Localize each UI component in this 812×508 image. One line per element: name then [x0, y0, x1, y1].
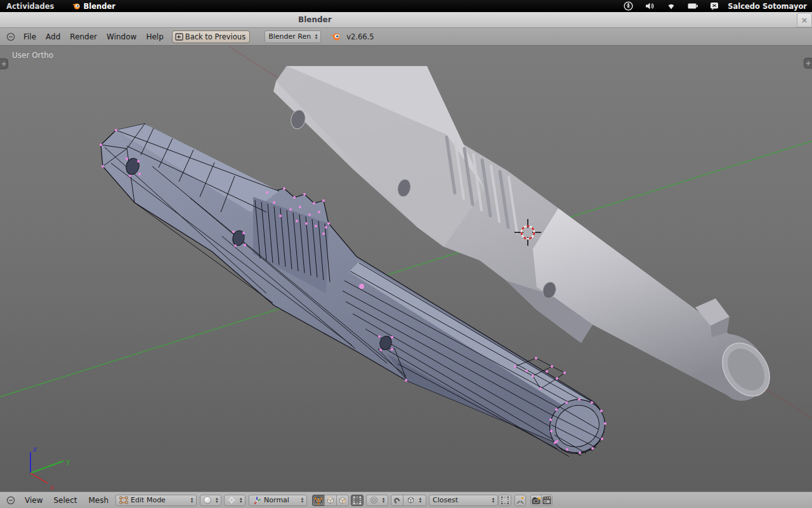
- dropdown-arrows-icon: ▴▾: [313, 34, 319, 39]
- snap-normal-icon: [501, 496, 509, 505]
- edge-select-icon: [326, 496, 335, 505]
- username-menu[interactable]: Salcedo Sotomayor: [728, 2, 807, 11]
- snap-element-cube-icon: [407, 496, 415, 504]
- menu-file[interactable]: File: [23, 31, 37, 43]
- window-title-bar[interactable]: Blender ×: [0, 12, 812, 28]
- pivot-icon: [228, 496, 235, 504]
- snap-target-select[interactable]: Closest ▴▾: [429, 495, 498, 506]
- occlude-geometry-icon: [353, 496, 362, 505]
- edge-select-mode-button[interactable]: [324, 495, 337, 506]
- snap-self-icon: [516, 496, 525, 505]
- axis-x-label: x: [50, 483, 55, 491]
- menu-add[interactable]: Add: [45, 31, 61, 43]
- clapperboard-icon: [542, 496, 552, 505]
- mode-select[interactable]: Edit Mode ▴▾: [115, 495, 197, 506]
- face-select-icon: [338, 496, 347, 505]
- accessibility-icon[interactable]: [617, 1, 639, 11]
- limit-selection-visible-button[interactable]: [351, 495, 363, 506]
- object-origin-dot: [359, 284, 364, 289]
- opengl-render-button[interactable]: [530, 495, 542, 506]
- menu-window[interactable]: Window: [106, 31, 137, 43]
- editor-collapse-icon[interactable]: [6, 32, 15, 41]
- camera-render-icon: [532, 496, 541, 505]
- blender-info-header: File Add Render Window Help Back to Prev…: [0, 28, 812, 46]
- wifi-icon[interactable]: [660, 1, 682, 11]
- menu-view[interactable]: View: [24, 495, 43, 506]
- menu-render[interactable]: Render: [69, 31, 98, 43]
- proportional-editing-select[interactable]: ▴▾: [366, 495, 388, 506]
- snap-align-rotation-button[interactable]: [499, 495, 511, 506]
- dropdown-arrows-icon: ▴▾: [214, 497, 220, 503]
- dropdown-arrows-icon: ▴▾: [490, 497, 496, 503]
- desktop-top-bar: Actividades Blender Salcedo Sotomayor: [0, 0, 812, 12]
- version-label: v2.66.5: [346, 32, 374, 41]
- orientation-value: Normal: [264, 496, 297, 504]
- viewport-header: View Select Mesh Edit Mode ▴▾ ▴▾ ▴▾: [0, 491, 812, 508]
- tool-shelf-open-tab[interactable]: +: [0, 58, 8, 69]
- axis-z-label: z: [33, 445, 37, 453]
- view-name-label: User Ortho: [12, 51, 53, 60]
- window-title: Blender: [298, 15, 332, 24]
- transform-orientation-select[interactable]: Normal ▴▾: [249, 495, 307, 506]
- mode-value: Edit Mode: [131, 496, 187, 504]
- properties-open-tab[interactable]: +: [804, 58, 812, 69]
- window-close-button[interactable]: ×: [797, 13, 812, 27]
- snap-toggle-button[interactable]: [391, 495, 403, 506]
- face-select-mode-button[interactable]: [336, 495, 349, 506]
- menu-help[interactable]: Help: [145, 31, 164, 43]
- render-engine-select[interactable]: Blender Render ▴▾: [265, 30, 321, 43]
- dropdown-arrows-icon: ▴▾: [239, 497, 244, 503]
- back-to-previous-button[interactable]: Back to Previous: [172, 30, 250, 43]
- vertex-select-icon: [314, 496, 323, 505]
- 3d-viewport[interactable]: z y x User Ortho + +: [0, 46, 812, 491]
- dropdown-arrows-icon: ▴▾: [189, 497, 195, 503]
- pivot-point-select[interactable]: ▴▾: [224, 495, 246, 506]
- vertex-select-mode-button[interactable]: [312, 495, 325, 506]
- focused-app-label: Blender: [83, 2, 115, 11]
- volume-icon[interactable]: [639, 1, 660, 11]
- blender-logo-icon: [330, 32, 341, 41]
- back-screen-icon: [175, 33, 183, 41]
- edit-mode-icon: [119, 496, 128, 504]
- battery-icon[interactable]: [682, 1, 704, 11]
- editor-collapse-icon[interactable]: [6, 496, 15, 505]
- axis-gizmo: z y x: [30, 445, 70, 491]
- shading-sphere-icon: [204, 496, 211, 504]
- back-to-previous-label: Back to Previous: [185, 32, 246, 41]
- ghost-model[interactable]: [273, 66, 780, 405]
- opengl-render-anim-button[interactable]: [541, 495, 553, 506]
- manipulator-axes-icon: [252, 496, 261, 505]
- render-engine-value: Blender Render: [268, 32, 311, 41]
- dropdown-arrows-icon: ▴▾: [381, 497, 386, 503]
- dropdown-arrows-icon: ▴▾: [299, 497, 305, 503]
- menu-select[interactable]: Select: [53, 495, 77, 506]
- blender-logo-icon: [72, 2, 81, 10]
- viewport-shading-select[interactable]: ▴▾: [200, 495, 221, 506]
- snap-self-button[interactable]: [514, 495, 526, 506]
- menu-mesh[interactable]: Mesh: [88, 495, 110, 506]
- chat-icon[interactable]: [704, 1, 725, 11]
- magnet-icon: [393, 496, 402, 505]
- dropdown-arrows-icon: ▴▾: [417, 497, 423, 503]
- snap-element-select[interactable]: ▴▾: [403, 495, 426, 506]
- snap-target-value: Closest: [433, 496, 488, 504]
- axis-y-label: y: [66, 457, 70, 465]
- proportional-editing-icon: [370, 496, 378, 504]
- focused-app-indicator[interactable]: Blender: [72, 2, 115, 11]
- activities-button[interactable]: Actividades: [6, 2, 54, 11]
